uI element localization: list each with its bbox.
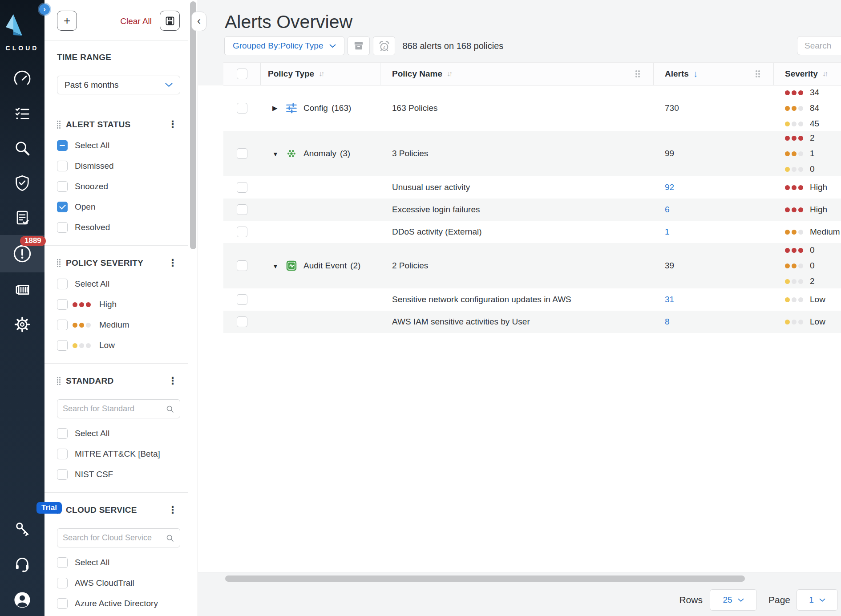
collapse-caret-icon[interactable]: [272, 150, 286, 158]
kebab-menu-icon[interactable]: [165, 504, 180, 516]
column-header-policy-name[interactable]: Policy Name: [380, 63, 654, 85]
cloud-service-search-input[interactable]: [63, 533, 166, 543]
sidebar-item-compute[interactable]: [0, 272, 44, 307]
table-row-group-audit-event[interactable]: Audit Event (2) 2 Policies 39 0 0 2: [223, 243, 841, 288]
kebab-menu-icon[interactable]: [165, 257, 180, 269]
sidebar-item-reports[interactable]: [0, 200, 44, 235]
cloud-service-search[interactable]: [57, 528, 180, 547]
alert-count-link[interactable]: 8: [665, 317, 670, 326]
add-filter-button[interactable]: [57, 11, 77, 31]
kebab-menu-icon[interactable]: [165, 375, 180, 387]
standard-option-select-all[interactable]: Select All: [57, 428, 180, 439]
checkbox[interactable]: [57, 161, 68, 171]
table-row-policy[interactable]: Excessive login failures 6 High: [223, 199, 841, 221]
severity-option-low[interactable]: Low: [57, 340, 180, 351]
row-checkbox[interactable]: [237, 294, 247, 305]
checkbox[interactable]: [57, 598, 68, 609]
standard-search[interactable]: [57, 399, 180, 418]
collapse-caret-icon[interactable]: [272, 262, 286, 270]
sidebar-item-policies[interactable]: [0, 96, 44, 131]
sidebar-item-investigate[interactable]: [0, 131, 44, 166]
alert-count-link[interactable]: 6: [665, 205, 670, 214]
checkbox[interactable]: [57, 181, 68, 192]
expand-caret-icon[interactable]: [272, 104, 286, 112]
filter-option-open[interactable]: Open: [57, 202, 180, 212]
checkbox[interactable]: [57, 222, 68, 233]
standard-option-nist[interactable]: NIST CSF: [57, 469, 180, 480]
app-logo[interactable]: CLOUD: [0, 0, 44, 52]
sort-icon[interactable]: [822, 70, 827, 78]
row-checkbox[interactable]: [237, 103, 247, 113]
column-resize-handle[interactable]: [756, 70, 760, 77]
sort-icon[interactable]: [319, 70, 323, 78]
row-checkbox[interactable]: [237, 227, 247, 237]
column-header-severity[interactable]: Severity: [774, 63, 841, 85]
drag-handle-icon[interactable]: [57, 259, 61, 267]
alert-count-link[interactable]: 1: [665, 227, 670, 236]
cloud-service-option-azure-ad[interactable]: Azure Active Directory: [57, 598, 180, 609]
table-row-policy[interactable]: Sensitive network configuration updates …: [223, 288, 841, 311]
row-checkbox[interactable]: [237, 316, 247, 327]
row-checkbox[interactable]: [237, 148, 247, 159]
column-header-policy-type[interactable]: Policy Type: [261, 63, 380, 85]
sort-icon[interactable]: [447, 70, 451, 78]
checkbox-indeterminate[interactable]: [57, 140, 68, 151]
table-row-policy[interactable]: Unusual user activity 92 High: [223, 176, 841, 199]
severity-option-high[interactable]: High: [57, 299, 180, 310]
cloud-service-option-cloudtrail[interactable]: AWS CloudTrail: [57, 578, 180, 588]
table-row-group-anomaly[interactable]: Anomaly (3) 3 Policies 99 2 1 0: [223, 131, 841, 176]
row-checkbox[interactable]: [237, 182, 247, 193]
checkbox[interactable]: [57, 279, 68, 289]
sidebar-item-dashboard[interactable]: [0, 61, 44, 96]
clear-all-button[interactable]: Clear All: [120, 16, 152, 26]
select-all-rows-checkbox[interactable]: [237, 69, 247, 79]
dismiss-alerts-button[interactable]: [348, 36, 370, 55]
sidebar-item-licensing[interactable]: Trial: [13, 520, 31, 538]
table-row-group-config[interactable]: Config (163) 163 Policies 730 34 84 45: [223, 85, 841, 131]
time-range-dropdown[interactable]: Past 6 months: [57, 76, 180, 94]
snooze-alerts-button[interactable]: z: [373, 36, 395, 55]
filter-option-resolved[interactable]: Resolved: [57, 222, 180, 233]
severity-option-select-all[interactable]: Select All: [57, 279, 180, 289]
filter-option-select-all[interactable]: Select All: [57, 140, 180, 151]
sort-descending-icon[interactable]: [693, 69, 698, 79]
sidebar-item-alerts[interactable]: 1889: [0, 235, 44, 272]
table-search-input[interactable]: [805, 41, 841, 51]
table-row-policy[interactable]: DDoS activity (External) 1 Medium: [223, 221, 841, 243]
filter-option-dismissed[interactable]: Dismissed: [57, 161, 180, 171]
severity-option-medium[interactable]: Medium: [57, 320, 180, 330]
checkbox[interactable]: [57, 428, 68, 439]
sidebar-item-settings[interactable]: [0, 307, 44, 342]
checkbox[interactable]: [57, 340, 68, 351]
sidebar-item-profile[interactable]: [12, 590, 32, 610]
table-search[interactable]: [797, 36, 841, 55]
checkbox[interactable]: [57, 578, 68, 588]
grouped-by-dropdown[interactable]: Grouped By:Policy Type: [224, 36, 344, 55]
cloud-service-option-select-all[interactable]: Select All: [57, 557, 180, 568]
checkbox[interactable]: [57, 469, 68, 480]
row-checkbox[interactable]: [237, 260, 247, 271]
sidebar-item-support[interactable]: [13, 555, 32, 573]
table-row-policy[interactable]: AWS IAM sensitive activities by User 8 L…: [223, 311, 841, 333]
collapse-filters-button[interactable]: ‹: [191, 12, 206, 31]
alert-count-link[interactable]: 31: [665, 295, 674, 304]
standard-search-input[interactable]: [63, 404, 166, 413]
horizontal-scrollbar-thumb[interactable]: [225, 575, 745, 582]
checkbox[interactable]: [57, 449, 68, 459]
sidebar-item-compliance[interactable]: [0, 166, 44, 200]
kebab-menu-icon[interactable]: [165, 119, 180, 130]
drag-handle-icon[interactable]: [57, 377, 61, 385]
checkbox[interactable]: [57, 320, 68, 330]
drag-handle-icon[interactable]: [57, 121, 61, 129]
filter-option-snoozed[interactable]: Snoozed: [57, 181, 180, 192]
standard-option-mitre[interactable]: MITRE ATT&CK [Beta]: [57, 449, 180, 459]
page-select[interactable]: 1: [797, 589, 838, 611]
alert-count-link[interactable]: 92: [665, 182, 674, 192]
collapse-sidebar-button[interactable]: ›: [39, 4, 50, 15]
column-resize-handle[interactable]: [635, 70, 640, 77]
save-filter-button[interactable]: [160, 11, 180, 31]
rows-per-page-select[interactable]: 25: [710, 589, 757, 611]
checkbox[interactable]: [57, 557, 68, 568]
scrollbar-thumb[interactable]: [190, 1, 196, 249]
checkbox[interactable]: [57, 299, 68, 310]
